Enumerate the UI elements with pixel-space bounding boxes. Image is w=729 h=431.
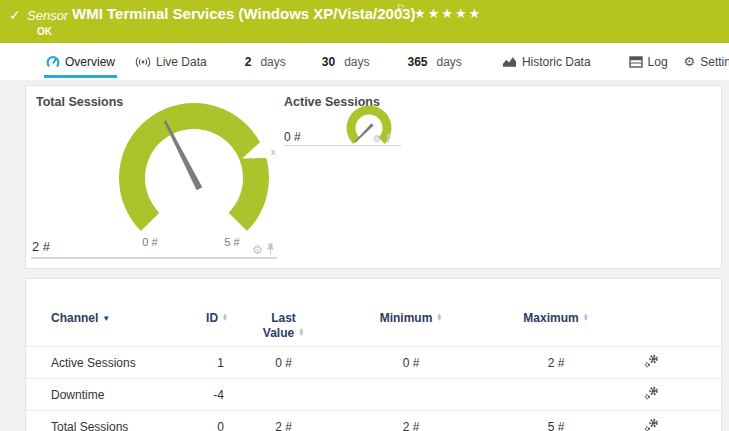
live-signal-icon (135, 56, 151, 68)
column-header-maximum[interactable]: Maximum▲▼ (491, 279, 621, 347)
tab-30-days[interactable]: 30days (320, 43, 372, 80)
gauge-baseline (31, 257, 277, 259)
tab-2-days[interactable]: 2days (243, 43, 288, 80)
tab-overview-label: Overview (65, 55, 115, 69)
active-sessions-current-value: 0 # (284, 130, 301, 144)
channel-minimum: 2 # (331, 411, 491, 431)
active-gauge-toolbar: ⚙ (373, 133, 392, 144)
table-row-downtime: Downtime -4 (26, 379, 723, 411)
tab-live-data[interactable]: Live Data (133, 43, 209, 80)
channel-id: -4 (186, 379, 236, 411)
tab-live-data-label: Live Data (156, 55, 207, 69)
tab-log-label: Log (648, 55, 668, 69)
overview-gauges-panel: Total Sessions x 0 # 5 # 2 # ⚙ Active Se… (25, 85, 722, 269)
total-sessions-current-value: 2 # (32, 239, 50, 254)
status-ok-check-icon: ✓ (9, 7, 21, 23)
priority-stars[interactable]: ★★★★★ (414, 6, 482, 21)
tab-2-days-unit: days (260, 55, 285, 69)
table-row-active-sessions: Active Sessions 1 0 # 0 # 2 # (26, 347, 723, 379)
gauge-pin-icon[interactable] (266, 243, 275, 256)
channel-maximum (491, 379, 621, 411)
column-header-edit (621, 279, 681, 347)
channel-name: Active Sessions (26, 347, 186, 379)
table-header-row: Channel▼ ID▲▼ Last Value▲▼ Minimum▲▼ Max… (26, 279, 723, 347)
tab-30-days-unit: days (344, 55, 369, 69)
gauge-settings-gear-icon[interactable]: ⚙ (373, 134, 382, 144)
column-header-spacer (681, 279, 723, 347)
edit-channel-gears-icon[interactable] (644, 354, 659, 371)
tab-historic-data[interactable]: Historic Data (500, 43, 593, 80)
channel-maximum: 5 # (491, 411, 621, 431)
tab-bar: Overview Live Data 2days 30days 365days … (0, 43, 729, 80)
channel-id: 1 (186, 347, 236, 379)
channel-name: Total Sessions (26, 411, 186, 431)
active-sessions-gauge (342, 101, 396, 155)
channel-last-value: 2 # (236, 411, 331, 431)
object-kind-label: Sensor (27, 8, 68, 23)
channels-table-panel: Channel▼ ID▲▼ Last Value▲▼ Minimum▲▼ Max… (25, 278, 722, 431)
channel-name: Downtime (26, 379, 186, 411)
tab-2-days-number: 2 (245, 55, 252, 69)
total-gauge-toolbar: ⚙ (252, 243, 275, 256)
flag-icon[interactable]: ⚐ (396, 2, 406, 15)
gauge-needle (354, 123, 374, 143)
tab-settings-label: Settings (700, 55, 729, 69)
column-header-channel[interactable]: Channel▼ (26, 279, 186, 347)
tab-log[interactable]: Log (627, 43, 670, 80)
sensor-status-text: OK (37, 26, 52, 37)
sort-icon: ▲▼ (436, 313, 442, 322)
gauge-arc (119, 103, 269, 231)
tab-historic-data-label: Historic Data (522, 55, 591, 69)
gauge-pin-icon[interactable] (385, 133, 392, 144)
channel-id: 0 (186, 411, 236, 431)
tab-30-days-number: 30 (322, 55, 335, 69)
tab-365-days-number: 365 (407, 55, 427, 69)
edit-channel-gears-icon[interactable] (644, 386, 659, 403)
channel-maximum: 2 # (491, 347, 621, 379)
gauge-scale-min-label: 0 # (130, 236, 170, 248)
tab-365-days-unit: days (437, 55, 462, 69)
gear-icon: ⚙ (684, 55, 696, 68)
gauge-icon (46, 55, 60, 69)
gauge-settings-gear-icon[interactable]: ⚙ (252, 244, 263, 256)
table-row-total-sessions: Total Sessions 0 2 # 2 # 5 # (26, 411, 723, 431)
column-header-id[interactable]: ID▲▼ (186, 279, 236, 347)
column-header-last-value[interactable]: Last Value▲▼ (236, 279, 331, 347)
edit-channel-gears-icon[interactable] (644, 418, 659, 431)
sort-caret-icon: ▼ (102, 314, 110, 323)
tab-365-days[interactable]: 365days (405, 43, 463, 80)
channel-minimum: 0 # (331, 347, 491, 379)
sort-icon: ▲▼ (222, 313, 228, 322)
channel-last-value: 0 # (236, 347, 331, 379)
tab-overview[interactable]: Overview (44, 43, 117, 80)
area-chart-icon (502, 56, 517, 68)
tab-settings[interactable]: ⚙ Settings (682, 43, 729, 80)
column-header-minimum[interactable]: Minimum▲▼ (331, 279, 491, 347)
sort-icon: ▲▼ (298, 328, 304, 337)
log-list-icon (629, 56, 643, 68)
channels-table: Channel▼ ID▲▼ Last Value▲▼ Minimum▲▼ Max… (26, 279, 723, 431)
gauge-scale-max-label: 5 # (212, 236, 252, 248)
gauge-baseline (283, 145, 401, 146)
sensor-title: WMI Terminal Services (Windows XP/Vista/… (72, 5, 416, 22)
channel-last-value (236, 379, 331, 411)
sensor-status-bar: ✓ Sensor WMI Terminal Services (Windows … (0, 0, 729, 43)
sort-icon: ▲▼ (583, 313, 589, 322)
channel-minimum (331, 379, 491, 411)
gauge-limit-marker: x (271, 147, 276, 157)
